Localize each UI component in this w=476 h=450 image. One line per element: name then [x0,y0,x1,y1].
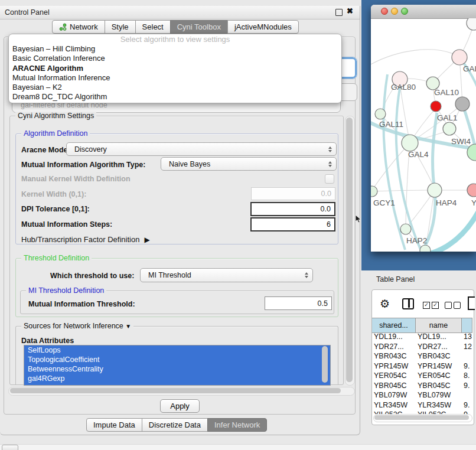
checked-boxes-icon[interactable]: ✓ ✓ [423,302,439,309]
attr-list-scrollbar[interactable] [322,346,328,383]
manual-kernel-checkbox[interactable] [325,174,334,184]
network-node-label: GCY1 [373,198,395,207]
tab-style[interactable]: Style [105,20,136,34]
algorithm-popup-item[interactable]: ARACNE Algorithm [9,64,341,73]
algorithm-popup-item[interactable]: Basic Correlation Inference [9,54,341,63]
network-canvas[interactable]: GALGAL80GAL10GAL1GAL11SWI4GAL4GCY1HAP4YH… [371,18,476,252]
algorithm-popup-item[interactable]: Bayesian – K2 [9,83,341,92]
tab-label: Style [112,22,129,31]
mi-type-label: Mutual Information Algorithm Type: [21,161,145,169]
window-zoom-button[interactable] [401,8,408,15]
table-row[interactable]: YER054CYER054C8. [372,371,472,381]
aracne-mode-combo[interactable]: Discovery [66,142,337,156]
network-node[interactable] [443,122,456,135]
data-attribute-item[interactable]: BetweennessCentrality [24,364,330,374]
table-column-header[interactable]: name [416,318,462,332]
network-node[interactable] [400,224,411,234]
window-close-button[interactable] [381,8,388,15]
table-row[interactable]: YPR145WYPR145W9. [372,361,472,371]
columns-icon[interactable] [402,298,414,309]
table-horizontal-scrollbar-thumb[interactable] [374,415,469,420]
network-node[interactable] [402,135,418,151]
table-column-header[interactable]: shared... [372,318,416,332]
tab-label: Cyni Toolbox [177,22,221,31]
tab-select[interactable]: Select [135,20,171,34]
network-node[interactable] [467,18,476,30]
network-edge-highlighted[interactable] [383,74,405,250]
table-cell: YLR345W [372,401,416,409]
window-minimize-button[interactable] [391,8,398,15]
network-edge[interactable] [371,50,459,69]
network-node[interactable] [420,245,431,252]
table-cell: YDR27... [416,343,462,351]
algorithm-popup-item[interactable]: Dream8 DC_TDC Algorithm [9,92,341,102]
table-cell: 9. [462,381,472,390]
network-node[interactable] [467,184,476,197]
network-node-label: GAL1 [437,113,458,122]
gear-icon[interactable]: ⚙ [380,297,390,311]
network-edge-highlighted[interactable] [433,113,437,190]
hub-definition-label: Hub/Transcription Factor Definition [21,235,139,244]
network-node[interactable] [452,50,467,65]
algorithm-definition-title: Algorithm Definition [21,129,90,138]
kernel-width-field[interactable]: 0.0 [251,187,335,200]
network-node-label: Y [471,198,476,207]
expanded-arrow-icon[interactable]: ▼ [125,323,131,330]
which-threshold-value: MI Threshold [145,271,191,279]
data-attributes-list[interactable]: SelfLoopsTopologicalCoefficientBetweenne… [24,345,331,386]
hub-definition-toggle[interactable]: Hub/Transcription Factor Definition ▶ [21,235,150,244]
close-icon[interactable]: ✖ [347,6,353,15]
table-row[interactable]: YBR045CYBR045C9. [372,381,472,391]
table-row[interactable]: YDL19...YDL19...13 [372,332,472,342]
data-attribute-item[interactable]: TopologicalCoefficient [24,355,330,364]
tab-cyni-toolbox[interactable]: Cyni Toolbox [170,20,228,34]
network-edge[interactable] [373,143,410,188]
settings-vertical-scrollbar-thumb[interactable] [346,118,353,382]
bottom-tab-discretize-data[interactable]: Discretize Data [142,418,208,432]
mi-threshold-field[interactable]: 0.5 [265,296,332,310]
bottom-tab-impute-data[interactable]: Impute Data [86,418,142,432]
table-cell: YBR043C [416,352,462,360]
apply-button[interactable]: Apply [160,399,200,413]
network-node-label: GAL4 [408,150,429,159]
tab-jactivemnodules[interactable]: jActiveMNodules [227,20,299,34]
table-cell: YDL19... [416,332,462,341]
tab-label: Discretize Data [149,420,201,429]
network-node[interactable] [375,109,386,119]
control-panel-tabbar: NetworkStyleSelectCyni ToolboxjActiveMNo… [52,20,299,34]
table-cell: YBR045C [416,381,462,390]
tab-network[interactable]: Network [52,20,105,34]
data-attribute-item[interactable]: gal4RGexp [24,374,330,383]
algorithm-popup-item[interactable]: Bayesian – Hill Climbing [9,44,341,54]
bottom-left-button[interactable] [2,445,18,450]
table-row[interactable]: YDR27...YDR27...12 [372,342,472,352]
network-edge[interactable] [372,190,428,191]
which-threshold-combo[interactable]: MI Threshold [140,268,313,282]
sources-title-text: Sources for Network Inference [24,322,123,330]
table-cell: 8. [462,371,472,380]
bottom-tab-infer-network[interactable]: Infer Network [207,418,267,432]
mi-steps-field[interactable]: 6 [250,217,335,231]
document-icon[interactable] [468,296,475,310]
table-row[interactable]: YBL079WYBL079W [372,390,472,400]
restore-icon[interactable] [335,9,343,16]
network-node[interactable] [431,101,441,112]
unchecked-boxes-icon[interactable] [445,302,461,309]
network-node-label: GAL11 [379,120,403,129]
table-row[interactable]: YLR345WYLR345W9. [372,400,472,410]
algorithm-popup-item[interactable]: Mutual Information Inference [9,73,341,83]
network-node[interactable] [455,97,470,111]
tab-label: Select [142,22,164,31]
dpi-tolerance-field[interactable]: 0.0 [250,202,335,216]
mi-type-combo[interactable]: Naive Bayes [161,157,337,171]
table-row[interactable]: YBR043CYBR043C [372,351,472,361]
settings-horizontal-scrollbar-thumb[interactable] [10,388,341,393]
table-row[interactable]: YIL052CYIL052C9. [372,410,472,414]
bottom-tabbar: Impute DataDiscretize DataInfer Network [86,418,267,432]
network-node[interactable] [371,186,377,197]
data-attribute-item[interactable]: SelfLoops [24,345,330,355]
network-node[interactable] [428,183,442,197]
table-column-header[interactable] [462,318,472,332]
mi-threshold-value: 0.5 [318,299,328,308]
manual-kernel-label: Manual Kernel Width Definition [21,175,131,183]
